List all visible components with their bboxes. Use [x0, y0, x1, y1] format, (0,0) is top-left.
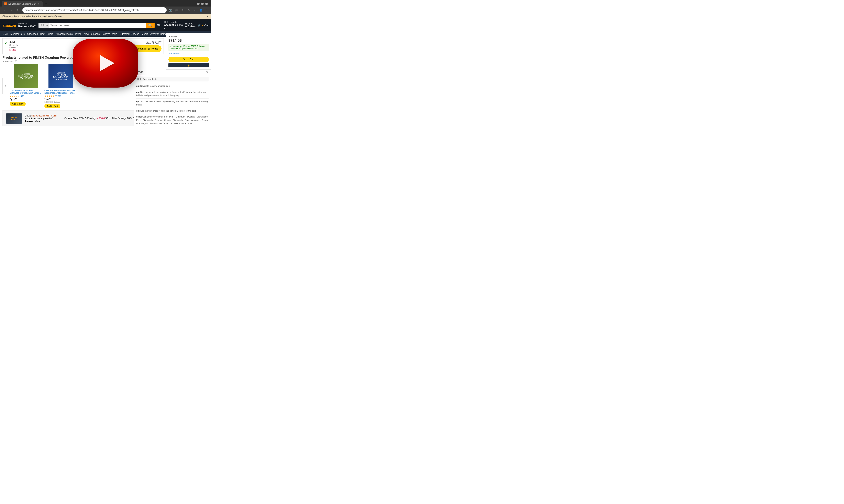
- browser-controls: ‹ › ↻ amazon.com/cart/smart-wagon?newIte…: [0, 6, 211, 14]
- product-title[interactable]: Cascade Platinum Dishwasher Soap Pods, A…: [44, 89, 77, 94]
- nav-groceries[interactable]: Groceries: [27, 33, 38, 35]
- product-price: $$2294: [10, 97, 42, 101]
- gift-card-image: amazonVISA: [6, 113, 22, 124]
- subtotal-sidebar: Subtotal $714.56 Your order qualifies fo…: [166, 33, 211, 70]
- added-to-cart-notification: ✓ Add Style: Di Deliver 5% Su FINISH ota…: [2, 38, 164, 54]
- subtotal-amount: $714.56: [168, 38, 209, 43]
- product-card: CascadePLATINUMDISHWASHERSSAVE WATER Cas…: [44, 64, 77, 108]
- notification-savings: 5% Su: [10, 49, 102, 51]
- search-bar: All 🔍: [38, 23, 155, 28]
- search-input[interactable]: [49, 23, 146, 28]
- tab-close-button[interactable]: ×: [37, 2, 40, 5]
- notification-style: Style: Di: [10, 44, 102, 46]
- video-icon: 🎥: [174, 8, 179, 13]
- account-menu[interactable]: Hello, sign in Account & Lists ▾: [164, 21, 183, 30]
- screen-icon: 🖥: [180, 8, 185, 13]
- nav-amazon-home[interactable]: Amazon Home: [150, 33, 166, 35]
- panel-verify-step: erify: Can you confirm that the 'FINISH …: [136, 114, 209, 126]
- amazon-page: amazon Deliver to New York 10001 All 🔍 E…: [0, 19, 211, 126]
- gift-card-amount: $50 Amazon Gift Card: [31, 114, 57, 117]
- side-panel-header: NT–E ⤡: [136, 70, 209, 75]
- checkout-button[interactable]: Proceed to checkout (2 items): [120, 46, 162, 52]
- close-window-button[interactable]: [205, 3, 208, 5]
- free-shipping-notice: Your order qualifies for FREE Shipping. …: [168, 44, 209, 51]
- go-to-cart-button[interactable]: Go to Cart: [168, 57, 209, 62]
- try-prime-button[interactable]: 🔒: [168, 63, 209, 67]
- order-total-amount: $$71456: [152, 41, 162, 44]
- product-image: CascadePLATINUM PLUSVALUE SIZE: [14, 64, 38, 88]
- search-button[interactable]: 🔍: [146, 23, 155, 28]
- nav-all[interactable]: ☰ All: [2, 33, 8, 35]
- minimize-button[interactable]: [197, 3, 200, 5]
- check-icon: ✓: [5, 41, 7, 45]
- order-total-label: otal: $$71456: [120, 40, 162, 44]
- tab-bar: 🛒 Amazon.com Shopping Cart × +: [0, 0, 211, 6]
- cart-icon: 🛒: [198, 24, 201, 27]
- halo-account-lists: Halo Account Lists: [136, 77, 209, 82]
- tab-favicon: 🛒: [4, 2, 7, 5]
- product-cards: CascadePLATINUM PLUSVALUE SIZE Cascade P…: [10, 64, 77, 108]
- panel-step: ep: Use the search box on Amazon to ente…: [136, 89, 209, 98]
- bookmark-icon[interactable]: ☆: [192, 8, 197, 13]
- automation-message: Chrome is being controlled by automated …: [2, 15, 62, 18]
- product-title[interactable]: Cascade Platinum Plus Dishwasher Pods, D…: [10, 89, 42, 94]
- order-total-section: otal: $$71456 Proceed to checkout (2 ite…: [120, 40, 162, 52]
- camera-icon: 📷: [168, 8, 173, 13]
- product-rating: ★★★★★ 17,089: [44, 95, 77, 97]
- returns-orders[interactable]: Returns & Orders: [185, 22, 196, 28]
- browser-action-buttons: 📷 🎥 🖥 ⚙ ☆ 👤 ⋮: [168, 8, 209, 13]
- header-right: EN ▾ Hello, sign in Account & Lists ▾ Re…: [157, 21, 209, 30]
- side-panel: NT–E ⤡ Halo Account Lists ep: Navigate t…: [133, 68, 211, 126]
- back-button[interactable]: ‹: [2, 7, 7, 13]
- tab-title: Amazon.com Shopping Cart: [8, 3, 36, 5]
- language-selector[interactable]: EN ▾: [157, 24, 162, 27]
- browser-chrome: 🛒 Amazon.com Shopping Cart × + ‹ › ↻ ama…: [0, 0, 211, 14]
- amazon-logo[interactable]: amazon: [2, 23, 16, 28]
- info-icon[interactable]: ℹ: [15, 60, 17, 63]
- add-to-cart-button[interactable]: Add to Cart: [44, 104, 60, 108]
- carousel-prev-button[interactable]: ‹: [2, 78, 8, 94]
- nav-medical-care[interactable]: Medical Care: [11, 33, 25, 35]
- nav-customer-service[interactable]: Customer Service: [120, 33, 139, 35]
- search-category-select[interactable]: All: [38, 23, 49, 28]
- panel-title: NT–E: [136, 71, 143, 74]
- sponsored-label: Sponsored ℹ: [2, 60, 164, 63]
- see-details-link[interactable]: See details: [168, 52, 179, 55]
- nav-todays-deals[interactable]: Today's Deals: [102, 33, 117, 35]
- nav-best-sellers[interactable]: Best Sellers: [40, 33, 53, 35]
- panel-step: ep: Sort the search results by selecting…: [136, 98, 209, 108]
- panel-resize-icon[interactable]: ⤡: [206, 70, 209, 74]
- active-tab[interactable]: 🛒 Amazon.com Shopping Cart ×: [2, 1, 43, 6]
- new-tab-button[interactable]: +: [43, 1, 49, 6]
- address-bar[interactable]: amazon.com/cart/smart-wagon?newItems=e45…: [22, 7, 167, 13]
- maximize-button[interactable]: [201, 3, 204, 5]
- profile-icon[interactable]: 👤: [198, 8, 203, 13]
- add-to-cart-button[interactable]: Add to Cart: [10, 102, 26, 106]
- product-image: CascadePLATINUMDISHWASHERSSAVE WATER: [49, 64, 73, 88]
- amazon-header: amazon Deliver to New York 10001 All 🔍 E…: [0, 19, 211, 31]
- nav-new-releases[interactable]: New Releases: [84, 33, 100, 35]
- gift-card-totals: Current Total: $714.56 Savings: - $50.00…: [61, 115, 139, 122]
- nav-amazon-basics[interactable]: Amazon Basics: [56, 33, 73, 35]
- nav-music[interactable]: Music: [142, 33, 148, 35]
- forward-button[interactable]: ›: [8, 7, 14, 13]
- deliver-to[interactable]: Deliver to New York 10001: [18, 23, 36, 28]
- notification-delivery: Deliver: [10, 46, 102, 49]
- products-section-title: Products related to FINISH Quantum Power…: [2, 56, 164, 59]
- settings-icon[interactable]: ⚙: [186, 8, 191, 13]
- product-card: CascadePLATINUM PLUSVALUE SIZE Cascade P…: [10, 64, 42, 108]
- list-price: List Price: $20.99: [44, 101, 77, 103]
- notification-content: Add Style: Di Deliver 5% Su: [10, 40, 102, 51]
- url-display: amazon.com/cart/smart-wagon?newItems=e45…: [25, 9, 164, 12]
- reload-button[interactable]: ↻: [16, 7, 21, 13]
- panel-step: ep: Add the first product from the sorte…: [136, 108, 209, 114]
- panel-step: ep: Navigate to www.amazon.com: [136, 83, 209, 89]
- nav-prime[interactable]: Prime: [75, 33, 81, 35]
- product-price: $$1994: [44, 97, 77, 101]
- info-bar-close[interactable]: ×: [207, 15, 209, 18]
- menu-icon[interactable]: ⋮: [204, 8, 209, 13]
- product-rating: ★★★★★ 685: [10, 95, 42, 97]
- subtotal-label: Subtotal: [168, 35, 209, 38]
- gift-card-text: Get a $50 Amazon Gift Card instantly upo…: [22, 114, 61, 123]
- cart-button[interactable]: 🛒 2 Cart: [198, 23, 209, 27]
